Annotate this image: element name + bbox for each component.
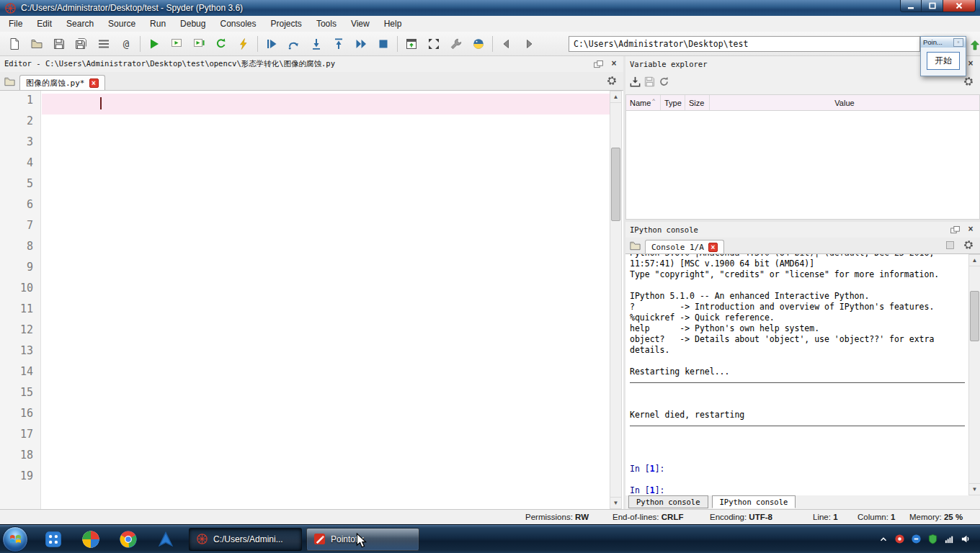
pinned-app-4-icon[interactable]	[147, 527, 184, 552]
scroll-up-icon[interactable]: ▲	[610, 91, 621, 103]
cwd-up-button[interactable]	[964, 35, 980, 55]
close-button[interactable]	[943, 0, 976, 12]
maximize-pane-button[interactable]	[401, 34, 422, 54]
run-cell-button[interactable]	[166, 34, 187, 54]
console-line	[630, 388, 968, 399]
tray-expand-icon[interactable]	[878, 534, 888, 544]
console-undock-icon[interactable]	[948, 222, 962, 237]
tab-python-console[interactable]: Python console	[628, 495, 708, 508]
start-button[interactable]	[2, 526, 28, 552]
column-value[interactable]: Value	[710, 95, 979, 110]
import-data-icon[interactable]	[628, 74, 642, 89]
working-directory-input[interactable]	[569, 36, 920, 52]
tab-close-icon[interactable]	[89, 78, 99, 88]
editor-scrollbar-thumb[interactable]	[611, 148, 620, 221]
pointofix-start-button[interactable]: 开始	[927, 52, 960, 70]
tray-security-icon[interactable]	[894, 534, 905, 544]
menu-consoles[interactable]: Consoles	[213, 17, 263, 31]
console-scroll-up-icon[interactable]: ▲	[969, 255, 980, 266]
console-browse-tabs-icon[interactable]	[628, 238, 642, 253]
console-close-icon[interactable]	[966, 225, 976, 235]
menu-projects[interactable]: Projects	[264, 17, 309, 31]
save-all-button[interactable]	[71, 34, 92, 54]
column-name[interactable]: Name	[626, 95, 661, 110]
file-switcher-button[interactable]	[93, 34, 115, 54]
open-file-button[interactable]	[26, 34, 48, 54]
continue-button[interactable]	[350, 34, 372, 54]
console-line: ? -> Introduction and overview of IPytho…	[630, 302, 968, 313]
menu-edit[interactable]: Edit	[30, 17, 59, 31]
fullscreen-button[interactable]	[423, 34, 445, 54]
run-button[interactable]	[143, 34, 165, 54]
minimize-button[interactable]	[900, 0, 922, 12]
line-number: 18	[0, 449, 40, 469]
back-button[interactable]	[496, 34, 517, 54]
console-scrollbar-thumb[interactable]	[970, 291, 979, 341]
tab-ipython-console[interactable]: IPython console	[712, 495, 796, 508]
run-cell-advance-button[interactable]	[188, 34, 210, 54]
pointofix-titlebar[interactable]: Poin...	[921, 37, 966, 48]
variable-explorer-table[interactable]: Name Type Size Value	[625, 94, 980, 220]
step-return-button[interactable]	[328, 34, 349, 54]
symbol-finder-button[interactable]: @	[115, 34, 137, 54]
taskbar-button-spyder[interactable]: C:/Users/Admini...	[189, 528, 302, 551]
taskbar-button-pointofix[interactable]: Pointofix	[306, 528, 419, 551]
python-path-button[interactable]	[468, 34, 489, 54]
save-data-icon[interactable]	[642, 74, 656, 89]
maximize-button[interactable]	[922, 0, 943, 12]
browse-tabs-icon[interactable]	[2, 74, 17, 89]
scroll-down-icon[interactable]: ▼	[610, 497, 621, 508]
stop-button[interactable]	[373, 34, 394, 54]
refresh-icon[interactable]	[656, 74, 671, 89]
console-line	[630, 377, 968, 388]
menu-search[interactable]: Search	[59, 17, 101, 31]
console-output[interactable]: Python 3.6.0 |Anaconda 4.3.0 (64-bit)| (…	[625, 254, 968, 495]
run-selection-button[interactable]	[233, 34, 254, 54]
debug-button[interactable]	[261, 34, 282, 54]
pinned-app-1-icon[interactable]	[35, 527, 72, 552]
sort-asc-icon	[652, 97, 655, 104]
tray-app-blue-icon[interactable]	[911, 534, 922, 544]
rerun-button[interactable]	[210, 34, 232, 54]
tray-network-icon[interactable]	[944, 534, 955, 544]
menu-debug[interactable]: Debug	[173, 17, 213, 31]
line-number: 7	[0, 219, 40, 240]
column-size[interactable]: Size	[685, 95, 710, 110]
editor-options-gear-icon[interactable]	[605, 73, 619, 88]
editor-close-icon[interactable]	[609, 59, 619, 69]
tray-defender-icon[interactable]	[927, 534, 938, 544]
save-file-button[interactable]	[48, 34, 70, 54]
varexp-close-icon[interactable]	[966, 59, 976, 69]
menu-help[interactable]: Help	[377, 17, 409, 31]
inspector-icon[interactable]	[943, 238, 957, 252]
editor-tab[interactable]: 图像的腐蚀.py*	[19, 75, 105, 90]
preferences-button[interactable]	[445, 34, 467, 54]
console-line	[630, 453, 968, 464]
editor-tabbar: 图像的腐蚀.py*	[0, 72, 623, 91]
line-number: 3	[0, 135, 40, 156]
editor-scrollbar[interactable]: ▲ ▼	[610, 91, 622, 509]
editor-undock-icon[interactable]	[591, 57, 605, 71]
pointofix-minimize-icon[interactable]	[953, 38, 963, 47]
new-file-button[interactable]	[4, 34, 25, 54]
menu-view[interactable]: View	[344, 17, 377, 31]
console-tab[interactable]: Console 1/A	[645, 240, 724, 253]
chrome-icon[interactable]	[110, 527, 147, 552]
step-over-button[interactable]	[283, 34, 305, 54]
console-scroll-down-icon[interactable]: ▼	[969, 483, 980, 495]
varexp-options-gear-icon[interactable]	[961, 74, 976, 89]
step-into-button[interactable]	[306, 34, 327, 54]
console-tabbar: Console 1/A	[625, 238, 980, 254]
console-options-gear-icon[interactable]	[961, 238, 976, 252]
menu-tools[interactable]: Tools	[309, 17, 344, 31]
tray-volume-icon[interactable]	[961, 534, 971, 544]
pinned-app-2-icon[interactable]	[72, 527, 110, 552]
console-scrollbar[interactable]: ▲ ▼	[968, 254, 980, 495]
forward-button[interactable]	[518, 34, 540, 54]
menu-run[interactable]: Run	[143, 17, 173, 31]
menu-source[interactable]: Source	[101, 17, 143, 31]
menu-file[interactable]: File	[1, 17, 30, 31]
editor-area[interactable]: 12345678910111213141516171819 ▲ ▼	[0, 91, 623, 509]
column-type[interactable]: Type	[661, 95, 685, 110]
console-tab-close-icon[interactable]	[708, 243, 718, 252]
